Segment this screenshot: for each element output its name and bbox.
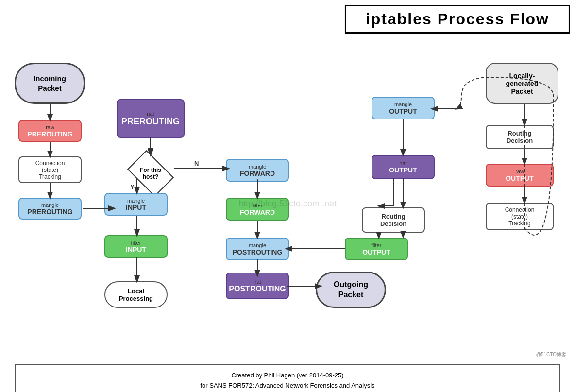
incoming-packet-cloud: Incoming Packet (15, 63, 85, 104)
mangle-input-box: mangle INPUT (104, 193, 168, 216)
title-text: iptables Process Flow (366, 10, 549, 28)
main-container: iptables Process Flow http://blog.51cto.… (0, 0, 575, 392)
footer-line2: for SANS FOR572: Advanced Network Forens… (21, 381, 554, 391)
filter-forward-box: filter FORWARD (226, 198, 289, 221)
outgoing-packet-cloud: Outgoing Packet (316, 272, 386, 308)
nat-postrouting-box: nat POSTROUTING (226, 273, 289, 299)
credit-text: @51CTO博客 (536, 351, 566, 358)
mangle-postrouting-box: mangle POSTROUTING (226, 238, 289, 260)
filter-output-box: filter OUTPUT (345, 238, 408, 260)
filter-input-box: filter INPUT (104, 235, 168, 258)
nat-prerouting-box: nat PREROUTING (117, 99, 185, 138)
locally-generated-cloud: Locally- generated Packet (486, 63, 558, 104)
mangle-output-top-box: mangle OUTPUT (372, 97, 435, 119)
routing-decision-right-box: Routing Decision (362, 207, 425, 233)
mangle-forward-box: mangle FORWARD (226, 159, 289, 182)
raw-prerouting-box: raw PREROUTING (18, 120, 82, 142)
routing-decision-topright-box: Routing Decision (486, 125, 554, 149)
nat-output-box: nat OUTPUT (372, 155, 435, 179)
flow-area: http://blog.51cto.com .net (5, 48, 570, 359)
conn-tracking-box: Connection (state) Tracking (18, 156, 82, 183)
mangle-prerouting-left-box: mangle PREROUTING (18, 198, 82, 220)
for-this-host-diamond: For this host? (117, 154, 185, 193)
footer-line1: Created by Phil Hagen (ver 2014-09-25) (21, 371, 554, 381)
local-processing-box: Local Processing (104, 281, 168, 308)
svg-text:N: N (194, 160, 199, 167)
page-title: iptables Process Flow (345, 5, 570, 34)
conn-tracking-right-box: Connection (state) Tracking (486, 203, 554, 230)
raw-output-box: raw OUTPUT (486, 164, 554, 187)
footer-box: Created by Phil Hagen (ver 2014-09-25) f… (15, 364, 560, 392)
